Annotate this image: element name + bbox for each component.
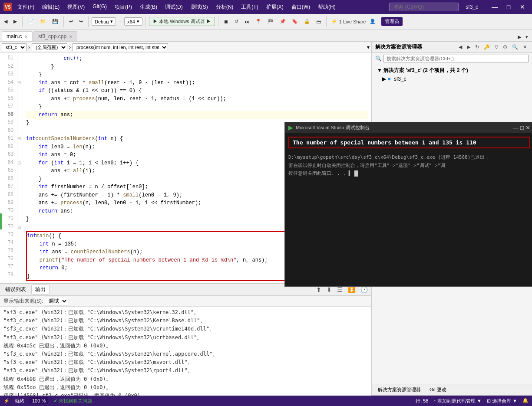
tab-sf3-cpp[interactable]: sf3_cpp.cpp ✕ xyxy=(33,31,77,41)
editor-options-button[interactable]: ▾ xyxy=(367,44,370,50)
panel-back-btn[interactable]: ◀ xyxy=(457,43,464,51)
debug-exit-line3: 按任意键关闭此窗口. . . ▌ xyxy=(288,170,530,178)
maximize-button[interactable]: □ xyxy=(502,3,515,11)
scope-dropdown-2[interactable]: (全局范围) xyxy=(32,43,67,51)
menu-edit[interactable]: 编辑(E) xyxy=(39,2,63,13)
menu-file[interactable]: 文件(F) xyxy=(14,2,38,13)
account-button[interactable]: 👤 xyxy=(367,17,378,26)
solution-explorer-title: 解决方案资源管理器 xyxy=(375,43,422,51)
panel-refresh-btn[interactable]: ⚙ xyxy=(501,43,509,51)
forward-button[interactable]: ▶ xyxy=(11,17,19,26)
open-button[interactable]: 📁 xyxy=(38,17,48,26)
close-button[interactable]: ✕ xyxy=(516,3,529,11)
no-issues: ✔ 未找到相关问题 xyxy=(53,398,92,404)
panel-prop-btn[interactable]: 🔑 xyxy=(482,43,492,51)
redo-button[interactable]: ↪ xyxy=(77,17,85,26)
manager-button[interactable]: 管理员 xyxy=(381,17,403,26)
zoom-level[interactable]: 100 % xyxy=(30,397,48,404)
arch-dropdown[interactable]: x64 ▾ xyxy=(124,17,142,26)
debug-result-text: The number of special numbers between 1 … xyxy=(293,139,476,146)
menu-project[interactable]: 项目(P) xyxy=(111,2,135,13)
menu-help[interactable]: 帮助(H) xyxy=(314,2,339,13)
code-line-57: } xyxy=(26,103,368,111)
global-search-input[interactable] xyxy=(389,3,459,11)
line-number: 行: 58 xyxy=(416,398,428,404)
tab-close-main-c[interactable]: ✕ xyxy=(24,34,28,39)
menu-tools[interactable]: 工具(T) xyxy=(238,2,261,13)
menu-debug[interactable]: 调试(D) xyxy=(162,2,186,13)
menu-extensions[interactable]: 扩展(X) xyxy=(263,2,287,13)
code-line-51: cnt++; xyxy=(26,55,368,63)
status-bar: ⚡ 就绪 100 % ✔ 未找到相关问题 行: 58 ↑ 添加到源代码管理 ▼ … xyxy=(0,396,532,406)
toolbar-btn-5[interactable]: 🏁 xyxy=(265,17,276,26)
console-icon: ▶ xyxy=(288,124,293,131)
project-icon: ■ xyxy=(387,76,390,82)
toolbar-btn-3[interactable]: ⏭ xyxy=(242,18,251,26)
new-file-button[interactable]: 📄 xyxy=(26,17,36,26)
menu-analyze[interactable]: 分析(N) xyxy=(212,2,237,13)
source-select[interactable]: 调试 xyxy=(45,297,68,305)
scope-dropdown-3[interactable]: process(int num, int len, int rest, int … xyxy=(73,43,168,51)
run-button[interactable]: ▶ 本地 Windows 调试器 ▶ xyxy=(149,17,215,26)
project-expand-icon: ▶ xyxy=(382,76,386,82)
solution-search-box: 🔍 xyxy=(372,53,532,64)
panel-search-btn[interactable]: 🔍 xyxy=(510,43,520,51)
source-label: 显示输出来源(S): xyxy=(3,298,43,305)
app-icon: VS xyxy=(3,3,12,11)
toolbar-btn-9[interactable]: 🗃 xyxy=(314,18,323,26)
panel-forward-btn[interactable]: ▶ xyxy=(465,43,472,51)
solution-search-input[interactable] xyxy=(383,55,529,62)
menu-build[interactable]: 生成(B) xyxy=(136,2,161,13)
debug-console-body: The number of special numbers between 1 … xyxy=(285,133,532,286)
save-button[interactable]: 💾 xyxy=(50,17,60,26)
toolbar-btn-4[interactable]: 📍 xyxy=(253,17,264,26)
tab-bar: main.c ✕ sf3_cpp.cpp ✕ ▶ ▾ xyxy=(0,29,532,42)
tab-error-list[interactable]: 错误列表 xyxy=(2,285,30,294)
notification-bell[interactable]: 🔔 xyxy=(522,398,529,404)
output-line-8: "sf3_c.exe" (Win32)：已加载 "C:\Windows\Syst… xyxy=(3,367,368,375)
menu-git[interactable]: Git(G) xyxy=(89,2,110,13)
menu-view[interactable]: 视图(V) xyxy=(64,2,88,13)
code-line-54: int ans = cnt * small(rest - 1, 9 - (len… xyxy=(26,79,368,87)
minimize-button[interactable]: — xyxy=(489,3,501,11)
add-to-source-control[interactable]: ↑ 添加到源代码管理 ▼ xyxy=(434,398,482,404)
panel-sync-btn[interactable]: ↻ xyxy=(473,43,481,51)
debug-console: ▶ Microsoft Visual Studio 调试控制台 — □ ✕ Th… xyxy=(284,122,532,287)
back-button[interactable]: ◀ xyxy=(2,17,10,26)
tab-menu-button[interactable]: ▾ xyxy=(523,33,530,41)
code-line-56: ans += process(num, len, rest - 1, statu… xyxy=(26,95,368,103)
tab-main-c[interactable]: main.c ✕ xyxy=(2,31,33,41)
solution-root[interactable]: ▼ 解决方案 'sf3_c' (2 个项目，共 2 个) xyxy=(375,66,529,75)
live-share-label: 1 Live Share xyxy=(339,19,366,24)
panel-close-btn[interactable]: ✕ xyxy=(521,43,529,51)
collapse-markers: ⊟ ⊟ ⊟ ⊟ xyxy=(17,53,23,283)
solution-manager-tab[interactable]: 解决方案资源管理器 xyxy=(375,386,423,394)
toolbar-btn-7[interactable]: 🔖 xyxy=(290,17,300,26)
undo-button[interactable]: ↩ xyxy=(67,17,75,26)
console-maximize[interactable]: □ xyxy=(520,124,524,131)
tab-output[interactable]: 输出 xyxy=(31,285,50,295)
debug-mode-dropdown[interactable]: Debug ▾ xyxy=(92,17,116,26)
toolbar-btn-6[interactable]: 📌 xyxy=(278,17,288,26)
live-share-icon: ⚡ xyxy=(331,19,337,24)
toolbar-btn-8[interactable]: 🔒 xyxy=(302,17,312,26)
console-close[interactable]: ✕ xyxy=(525,124,530,131)
scope-dropdown-1[interactable]: sf3_c xyxy=(2,43,26,51)
tab-close-sf3[interactable]: ✕ xyxy=(69,34,73,39)
panel-filter-btn[interactable]: ▽ xyxy=(493,43,500,51)
output-line-4: "sf3_c.exe" (Win32)：已加载 "C:\Windows\Syst… xyxy=(3,334,368,342)
tab-scroll-right[interactable]: ▶ xyxy=(515,33,523,41)
title-bar: VS 文件(F) 编辑(E) 视图(V) Git(G) 项目(P) 生成(B) … xyxy=(0,0,532,14)
console-minimize[interactable]: — xyxy=(513,124,519,131)
toolbar-btn-1[interactable]: ⏹ xyxy=(221,18,231,26)
output-line-9: 线程 0x4b98 已退出，返回值为 0 (0x0)。 xyxy=(3,375,368,383)
status-right: 行: 58 ↑ 添加到源代码管理 ▼ ⊞ 选择合库 ▼ 🔔 xyxy=(416,398,529,404)
git-changes-tab[interactable]: Git 更改 xyxy=(427,386,449,394)
project-node[interactable]: ▶ ■ sf3_c xyxy=(375,75,529,83)
live-share-button[interactable]: ⚡ 1 Live Share xyxy=(331,19,366,24)
output-line-7: "sf3_c.exe" (Win32)：已加载 "C:\Windows\Syst… xyxy=(3,358,368,367)
toolbar-btn-2[interactable]: ↺ xyxy=(232,17,241,26)
select-repo[interactable]: ⊞ 选择合库 ▼ xyxy=(487,398,517,404)
menu-window[interactable]: 窗口(W) xyxy=(288,2,314,13)
menu-test[interactable]: 测试(S) xyxy=(187,2,211,13)
